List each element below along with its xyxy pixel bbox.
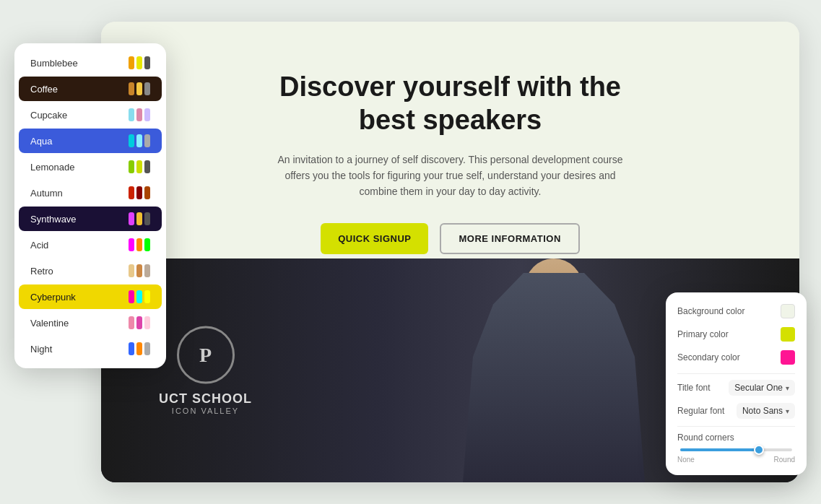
- secondary-color-row: Secondary color: [677, 350, 795, 365]
- theme-name-valentine: Valentine: [30, 318, 129, 329]
- color-swatch-2: [144, 342, 150, 355]
- school-subtitle: ICON VALLEY: [159, 407, 252, 415]
- theme-name-aqua: Aqua: [30, 136, 129, 147]
- theme-item-retro[interactable]: Retro: [19, 258, 162, 283]
- color-swatch-2: [144, 82, 150, 95]
- color-swatch-2: [144, 316, 150, 329]
- hero-section: Discover yourself with the best speakers…: [101, 22, 799, 296]
- slider-thumb[interactable]: [754, 445, 764, 455]
- logo-circle: P: [177, 326, 235, 384]
- slider-min-label: None: [677, 456, 695, 464]
- color-swatch-0: [129, 238, 134, 251]
- school-logo: P UCT SCHOOL ICON VALLEY: [159, 326, 252, 415]
- theme-item-autumn[interactable]: Autumn: [19, 181, 162, 205]
- theme-name-acid: Acid: [30, 240, 129, 251]
- secondary-color-swatch[interactable]: [781, 350, 795, 365]
- color-swatch-0: [129, 56, 134, 69]
- theme-item-cyberpunk[interactable]: Cyberpunk: [19, 284, 162, 309]
- theme-colors-night: [129, 342, 150, 355]
- school-name: UCT SCHOOL: [159, 391, 252, 407]
- regular-font-chevron-icon: ▾: [786, 407, 789, 415]
- slider-labels: None Round: [677, 456, 795, 464]
- theme-colors-bumblebee: [129, 56, 150, 69]
- color-swatch-1: [136, 238, 142, 251]
- theme-colors-coffee: [129, 82, 150, 95]
- theme-item-bumblebee[interactable]: Bumblebee: [19, 51, 162, 75]
- more-information-button[interactable]: MORE INFORMATION: [440, 223, 579, 254]
- background-color-swatch[interactable]: [781, 304, 795, 318]
- color-swatch-2: [144, 160, 150, 173]
- round-corners-track[interactable]: [680, 448, 792, 451]
- theme-name-lemonade: Lemonade: [30, 162, 129, 173]
- background-color-label: Background color: [677, 306, 744, 316]
- divider-1: [677, 373, 795, 374]
- theme-item-valentine[interactable]: Valentine: [19, 310, 162, 335]
- regular-font-value: Noto Sans: [742, 406, 783, 416]
- theme-name-retro: Retro: [30, 266, 129, 277]
- themes-sidebar: BumblebeeCoffeeCupcakeAquaLemonadeAutumn…: [14, 43, 166, 368]
- theme-colors-cupcake: [129, 108, 150, 121]
- color-swatch-1: [136, 290, 142, 303]
- title-font-row: Title font Secular One ▾: [677, 380, 795, 396]
- color-swatch-1: [136, 56, 142, 69]
- theme-name-night: Night: [30, 344, 129, 355]
- theme-name-autumn: Autumn: [30, 188, 129, 199]
- primary-color-swatch[interactable]: [781, 327, 795, 342]
- theme-colors-cyberpunk: [129, 290, 150, 303]
- regular-font-label: Regular font: [677, 406, 724, 416]
- color-swatch-2: [144, 290, 150, 303]
- color-swatch-0: [129, 82, 134, 95]
- round-corners-label: Round corners: [677, 433, 795, 443]
- theme-item-coffee[interactable]: Coffee: [19, 77, 162, 101]
- color-swatch-0: [129, 342, 134, 355]
- color-swatch-0: [129, 290, 134, 303]
- secondary-color-label: Secondary color: [677, 352, 740, 362]
- theme-item-acid[interactable]: Acid: [19, 233, 162, 257]
- slider-fill: [680, 448, 759, 451]
- title-font-label: Title font: [677, 383, 711, 393]
- color-swatch-1: [136, 108, 142, 121]
- primary-color-row: Primary color: [677, 327, 795, 342]
- regular-font-row: Regular font Noto Sans ▾: [677, 403, 795, 419]
- color-swatch-1: [136, 212, 142, 225]
- title-font-value: Secular One: [734, 383, 783, 393]
- theme-name-bumblebee: Bumblebee: [30, 58, 129, 69]
- color-swatch-2: [144, 134, 150, 147]
- color-swatch-1: [136, 342, 142, 355]
- regular-font-select[interactable]: Noto Sans ▾: [737, 403, 795, 419]
- color-swatch-1: [136, 316, 142, 329]
- title-font-chevron-icon: ▾: [786, 384, 789, 392]
- color-swatch-2: [144, 56, 150, 69]
- theme-name-cyberpunk: Cyberpunk: [30, 292, 129, 303]
- color-swatch-1: [136, 134, 142, 147]
- hero-subtitle: An invitation to a journey of self disco…: [277, 152, 624, 200]
- theme-colors-acid: [129, 238, 150, 251]
- speaker-figure: [453, 273, 655, 482]
- background-color-row: Background color: [677, 304, 795, 318]
- speaker-body: [453, 273, 655, 482]
- color-swatch-1: [136, 186, 142, 199]
- title-font-select[interactable]: Secular One ▾: [729, 380, 795, 396]
- theme-item-cupcake[interactable]: Cupcake: [19, 103, 162, 127]
- color-swatch-0: [129, 134, 134, 147]
- theme-colors-valentine: [129, 316, 150, 329]
- color-swatch-2: [144, 108, 150, 121]
- color-swatch-0: [129, 186, 134, 199]
- theme-item-night[interactable]: Night: [19, 336, 162, 361]
- hero-buttons: QUICK SIGNUP MORE INFORMATION: [321, 223, 580, 254]
- slider-max-label: Round: [774, 456, 795, 464]
- theme-colors-lemonade: [129, 160, 150, 173]
- theme-name-coffee: Coffee: [30, 84, 129, 95]
- color-swatch-0: [129, 108, 134, 121]
- theme-colors-retro: [129, 264, 150, 277]
- theme-item-lemonade[interactable]: Lemonade: [19, 155, 162, 179]
- round-corners-row: Round corners None Round: [677, 433, 795, 464]
- color-swatch-0: [129, 160, 134, 173]
- logo-letter: P: [199, 344, 212, 367]
- color-swatch-0: [129, 212, 134, 225]
- color-swatch-0: [129, 264, 134, 277]
- theme-item-synthwave[interactable]: Synthwave: [19, 207, 162, 231]
- theme-item-aqua[interactable]: Aqua: [19, 129, 162, 153]
- hero-title: Discover yourself with the best speakers: [270, 71, 631, 136]
- quick-signup-button[interactable]: QUICK SIGNUP: [321, 223, 428, 254]
